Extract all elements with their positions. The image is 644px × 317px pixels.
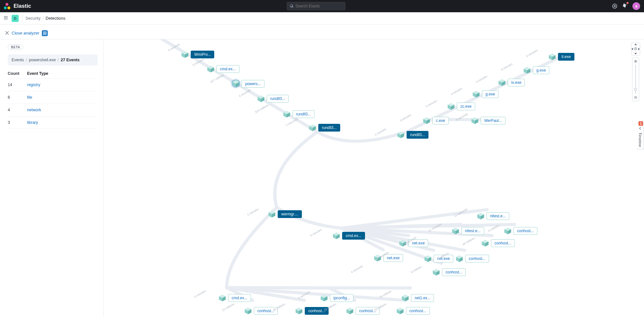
process-node[interactable]: conhost...: [244, 307, 278, 315]
process-label[interactable]: WerFaul...: [481, 117, 505, 124]
process-node[interactable]: WerFaul...: [471, 117, 505, 124]
process-node[interactable]: conhost...: [295, 307, 329, 315]
process-label[interactable]: lx.exe: [508, 79, 525, 86]
close-icon[interactable]: [5, 30, 9, 36]
process-label[interactable]: cmd.ex...: [228, 294, 251, 302]
process-node[interactable]: rundll3...: [283, 110, 314, 118]
process-label[interactable]: g.exe: [482, 90, 498, 98]
process-label[interactable]: wermgr....: [278, 210, 302, 218]
process-node[interactable]: cmd.ex...: [218, 294, 251, 302]
user-avatar[interactable]: a: [632, 2, 640, 10]
pan-down[interactable]: [634, 53, 637, 54]
table-row: 14registry: [8, 78, 98, 91]
process-node[interactable]: lx.exe: [498, 79, 525, 86]
process-node[interactable]: rundll3...: [397, 131, 428, 139]
cell-event-type[interactable]: registry: [27, 83, 98, 87]
process-label[interactable]: WmiPrv...: [191, 51, 214, 58]
panel-crumb-current: 27 Events: [61, 58, 80, 62]
process-label[interactable]: conhost...: [442, 268, 466, 276]
process-node[interactable]: conhost...: [396, 307, 430, 315]
cube-icon: [346, 307, 354, 315]
cell-event-type[interactable]: file: [27, 95, 98, 100]
panel-crumb-events[interactable]: Events: [12, 58, 24, 62]
process-node[interactable]: g.exe: [472, 90, 498, 98]
process-label[interactable]: conhost...: [465, 255, 489, 263]
newsfeed-button[interactable]: [622, 3, 628, 10]
process-node[interactable]: rundll3...: [309, 124, 340, 132]
zoom-out-button[interactable]: ⊖: [634, 95, 637, 100]
space-avatar[interactable]: D: [12, 15, 19, 22]
process-node[interactable]: cmd.ex...: [207, 65, 239, 73]
pan-up[interactable]: [634, 44, 637, 45]
process-label[interactable]: rundll3...: [407, 131, 428, 139]
pan-left[interactable]: [631, 48, 633, 50]
close-analyzer-link[interactable]: Close analyzer: [12, 31, 39, 35]
analyzer-main: BETA Events / powershell.exe / 27 Events…: [0, 39, 644, 317]
svg-rect-10: [45, 34, 46, 35]
process-label[interactable]: g.exe: [533, 66, 549, 74]
process-node[interactable]: conhost...: [432, 268, 466, 276]
brand-label: Elastic: [14, 3, 31, 9]
process-label[interactable]: zc.exe: [457, 103, 475, 110]
cube-icon: [295, 307, 303, 315]
col-count: Count: [8, 71, 27, 76]
cell-event-type[interactable]: library: [27, 120, 98, 125]
process-node[interactable]: conhost...: [481, 239, 515, 247]
event-type-table: Count Event Type 14registry6file4network…: [8, 71, 98, 129]
timeline-badge: 1: [639, 121, 643, 126]
breadcrumb-security[interactable]: Security: [25, 16, 41, 21]
process-node[interactable]: cmd.ex...: [332, 232, 365, 240]
process-tree-canvas[interactable]: ⊕ ⊖ 1 Timeline WmiPrv...cmd.ex...powers.…: [104, 39, 644, 317]
cell-count: 14: [8, 83, 27, 87]
process-node[interactable]: net1.ex...: [401, 294, 434, 302]
process-label[interactable]: net1.ex...: [411, 294, 434, 302]
process-label[interactable]: conhost...: [491, 239, 515, 247]
recenter-button[interactable]: [634, 46, 638, 52]
process-node[interactable]: conhost...: [504, 227, 537, 235]
timeline-flyout-tab[interactable]: 1 Timeline: [636, 123, 644, 149]
process-node[interactable]: zc.exe: [447, 103, 475, 110]
process-node[interactable]: rundll3...: [257, 95, 289, 103]
cube-icon: [481, 239, 489, 247]
process-label[interactable]: nltest.e...: [461, 227, 484, 235]
search-input[interactable]: [295, 4, 342, 8]
cube-icon: [332, 232, 340, 240]
process-node[interactable]: conhost...: [456, 255, 489, 263]
table-row: 6file: [8, 91, 98, 104]
process-node[interactable]: ipconfig...: [320, 294, 353, 302]
process-node[interactable]: tl.exe: [548, 53, 574, 61]
process-label[interactable]: conhost...: [406, 307, 430, 315]
process-label[interactable]: nltest.e...: [486, 212, 509, 220]
process-label[interactable]: rundll3...: [293, 110, 314, 118]
process-label[interactable]: rundll3...: [267, 95, 289, 103]
zoom-thumb[interactable]: [634, 88, 637, 91]
pan-control[interactable]: [631, 43, 640, 55]
process-node[interactable]: wermgr....: [268, 210, 302, 218]
process-label[interactable]: conhost...: [514, 227, 537, 235]
process-label[interactable]: tl.exe: [558, 53, 574, 61]
process-node[interactable]: nltest.e...: [477, 212, 509, 220]
cube-icon: [181, 51, 189, 58]
panel-crumb-process[interactable]: powershell.exe: [29, 58, 56, 62]
schema-toggle-button[interactable]: [42, 30, 48, 36]
process-node[interactable]: powers...: [232, 80, 264, 88]
process-label[interactable]: cmd.ex...: [342, 232, 365, 240]
global-search[interactable]: [287, 2, 345, 10]
zoom-in-button[interactable]: ⊕: [634, 59, 637, 64]
pan-right[interactable]: [638, 48, 640, 50]
svg-rect-8: [45, 32, 46, 33]
process-label[interactable]: rundll3...: [318, 124, 340, 132]
cell-event-type[interactable]: network: [27, 108, 98, 112]
process-label[interactable]: cmd.ex...: [216, 65, 239, 73]
process-label[interactable]: c.exe: [432, 117, 449, 124]
process-node[interactable]: c.exe: [423, 117, 449, 124]
process-label[interactable]: ipconfig...: [330, 294, 353, 302]
process-node[interactable]: g.exe: [523, 66, 549, 74]
process-node[interactable]: nltest.e...: [452, 227, 484, 235]
breadcrumb: Security / Detections: [25, 16, 65, 21]
nav-toggle-button[interactable]: [3, 15, 8, 22]
process-label[interactable]: powers...: [242, 80, 264, 88]
zoom-slider[interactable]: ⊕ ⊖: [632, 57, 639, 101]
help-icon[interactable]: [612, 3, 618, 9]
process-node[interactable]: WmiPrv...: [181, 51, 214, 58]
